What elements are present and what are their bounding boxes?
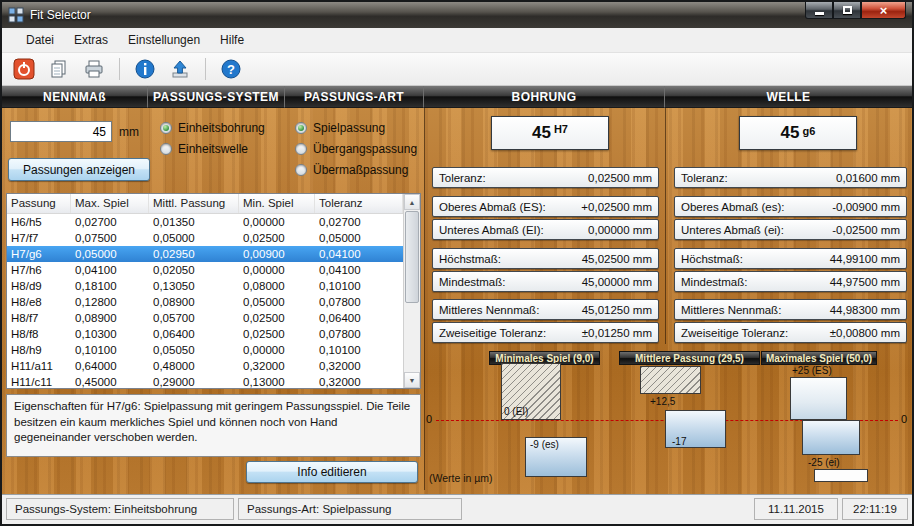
- welle-unteres-abmass-row: Unteres Abmaß (ei): -0,02500 mm: [674, 219, 907, 240]
- table-row[interactable]: H11/c110,450000,290000,130000,32000: [7, 374, 420, 390]
- info-icon[interactable]: [133, 57, 157, 81]
- table-row-selected[interactable]: H7/g60,050000,029500,009000,04100: [7, 246, 420, 262]
- scrollbar-up-button[interactable]: ▲: [404, 194, 420, 210]
- main-area: NENNMAß PASSUNGS-SYSTEM PASSUNGS-ART BOH…: [2, 86, 912, 494]
- table-row[interactable]: H6/h50,027000,013500,000000,02700: [7, 214, 420, 230]
- shaft-mean-label: -17: [672, 436, 686, 447]
- bohrung-unteres-abmass-row: Unteres Abmaß (EI): 0,00000 mm: [432, 219, 659, 240]
- help-icon[interactable]: ?: [219, 57, 243, 81]
- bohrung-designation: 45 H7: [491, 116, 609, 150]
- maximize-icon: [843, 6, 852, 14]
- menu-datei[interactable]: Datei: [16, 29, 64, 51]
- welle-mindestmass-row: Mindestmaß: 44,97500 mm: [674, 271, 907, 292]
- window-title: Fit Selector: [30, 8, 91, 22]
- scrollbar-down-button[interactable]: ▼: [404, 372, 420, 388]
- menu-extras[interactable]: Extras: [64, 29, 118, 51]
- column-divider: [424, 108, 425, 490]
- radio-label: Übermaßpassung: [313, 163, 408, 177]
- radio-dot: [295, 122, 307, 134]
- close-button[interactable]: ×: [861, 2, 906, 19]
- status-passungs-system: Passungs-System: Einheitsbohrung: [6, 498, 234, 520]
- zero-label-right: 0: [901, 413, 907, 425]
- table-row[interactable]: H7/h60,041000,020500,000000,04100: [7, 262, 420, 278]
- fit-info-text: Eigenschaften für H7/g6: Spielpassung mi…: [6, 394, 421, 457]
- header-passungs-system: PASSUNGS-SYSTEM: [148, 86, 285, 108]
- radio-label: Übergangspassung: [313, 142, 417, 156]
- scrollbar-thumb[interactable]: [405, 211, 419, 303]
- toolbar-separator: [119, 58, 120, 80]
- status-passungs-art: Passungs-Art: Spielpassung: [238, 498, 462, 520]
- bohrung-oberes-abmass-row: Oberes Abmaß (ES): +0,02500 mm: [432, 196, 659, 217]
- hole-tolerance-zone: [790, 377, 847, 420]
- minimize-button[interactable]: [805, 2, 833, 19]
- radio-label: Einheitsbohrung: [178, 121, 265, 135]
- welle-designation: 45 g6: [739, 116, 857, 150]
- radio-dot: [160, 143, 172, 155]
- print-icon[interactable]: [82, 57, 106, 81]
- welle-toleranz-row: Toleranz: 0,01600 mm: [674, 167, 907, 188]
- radio-dot: [295, 143, 307, 155]
- column-divider: [665, 108, 666, 344]
- fits-table-header: Passung Max. Spiel Mittl. Passung Min. S…: [7, 194, 420, 214]
- chart-title-max-spiel: Maximales Spiel (50,0): [761, 351, 877, 365]
- bohrung-hoechstmass-row: Höchstmaß: 45,02500 mm: [432, 248, 659, 269]
- table-row[interactable]: H8/h90,101000,050500,000000,10100: [7, 342, 420, 358]
- radio-uebermasspassung[interactable]: Übermaßpassung: [295, 163, 408, 177]
- update-icon[interactable]: [168, 57, 192, 81]
- header-bohrung: BOHRUNG: [424, 86, 665, 108]
- show-fits-button[interactable]: Passungen anzeigen: [8, 158, 150, 181]
- toolbar-separator: [205, 58, 206, 80]
- table-row[interactable]: H8/e80,128000,089000,050000,07800: [7, 294, 420, 310]
- welle-zweiseitige-toleranz-row: Zweiseitige Toleranz: ±0,00800 mm: [674, 322, 907, 343]
- welle-oberes-abmass-row: Oberes Abmaß (es): -0,00900 mm: [674, 196, 907, 217]
- hole-limit-label: 0 (EI): [504, 406, 528, 417]
- column-header[interactable]: Min. Spiel: [239, 194, 315, 213]
- nennmass-unit: mm: [119, 125, 139, 139]
- table-row[interactable]: H11/a110,640000,480000,320000,32000: [7, 358, 420, 374]
- shaft-tolerance-zone: [802, 420, 860, 455]
- copy-icon[interactable]: [47, 57, 71, 81]
- nennmass-input[interactable]: [10, 121, 112, 142]
- hole-mean-label: +12,5: [650, 396, 675, 407]
- radio-spielpassung[interactable]: Spielpassung: [295, 121, 385, 135]
- header-passungs-art: PASSUNGS-ART: [285, 86, 424, 108]
- svg-text:?: ?: [227, 62, 235, 77]
- table-row[interactable]: H7/f70,075000,050000,025000,05000: [7, 230, 420, 246]
- column-header[interactable]: Toleranz: [315, 194, 403, 213]
- bohrung-mittleres-nennmass-row: Mittleres Nennmaß: 45,01250 mm: [432, 299, 659, 320]
- fit-selector-window: Fit Selector × Datei Extras Einstellunge…: [0, 0, 914, 526]
- bohrung-mindestmass-row: Mindestmaß: 45,00000 mm: [432, 271, 659, 292]
- table-scrollbar[interactable]: ▲ ▼: [403, 194, 420, 388]
- table-row[interactable]: H8/f70,089000,057000,025000,06400: [7, 310, 420, 326]
- radio-dot: [160, 122, 172, 134]
- column-header[interactable]: Max. Spiel: [71, 194, 149, 213]
- hole-limit-label: +25 (ES): [792, 365, 832, 376]
- radio-einheitsbohrung[interactable]: Einheitsbohrung: [160, 121, 265, 135]
- bohrung-toleranz-row: Toleranz: 0,02500 mm: [432, 167, 659, 188]
- column-header[interactable]: Mittl. Passung: [149, 194, 239, 213]
- maximize-button[interactable]: [833, 2, 861, 19]
- app-icon: [8, 7, 24, 23]
- header-welle: WELLE: [665, 86, 912, 108]
- exit-icon[interactable]: [12, 57, 36, 81]
- window-controls: ×: [805, 2, 906, 19]
- table-row[interactable]: H8/d90,181000,130500,080000,10100: [7, 278, 420, 294]
- minimize-icon: [815, 12, 824, 15]
- radio-dot: [295, 164, 307, 176]
- menu-einstellungen[interactable]: Einstellungen: [118, 29, 210, 51]
- status-date: 11.11.2015: [754, 498, 838, 520]
- titlebar[interactable]: Fit Selector ×: [2, 2, 912, 28]
- radio-einheitswelle[interactable]: Einheitswelle: [160, 142, 248, 156]
- table-row[interactable]: H8/f80,103000,064000,025000,07800: [7, 326, 420, 342]
- section-headers: NENNMAß PASSUNGS-SYSTEM PASSUNGS-ART BOH…: [2, 86, 912, 108]
- radio-label: Einheitswelle: [178, 142, 248, 156]
- radio-uebergangspassung[interactable]: Übergangspassung: [295, 142, 417, 156]
- welle-mittleres-nennmass-row: Mittleres Nennmaß: 44,98300 mm: [674, 299, 907, 320]
- radio-label: Spielpassung: [313, 121, 385, 135]
- header-nennmass: NENNMAß: [2, 86, 148, 108]
- column-header[interactable]: Passung: [7, 194, 71, 213]
- edit-info-button[interactable]: Info editieren: [246, 461, 418, 483]
- shaft-limit-label: -25 (ei): [808, 457, 840, 468]
- menu-hilfe[interactable]: Hilfe: [210, 29, 254, 51]
- diagram-unit-note: (Werte in µm): [429, 472, 493, 484]
